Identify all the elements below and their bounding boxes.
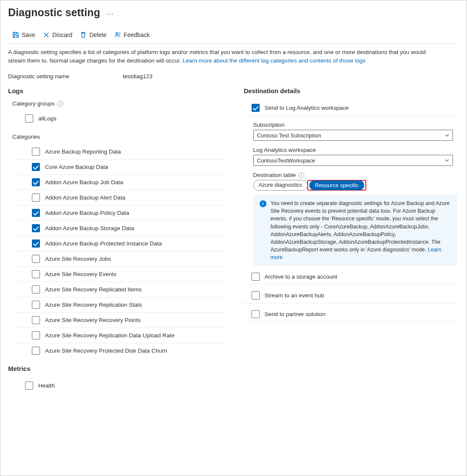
log-category-label: Azure Backup Reporting Data	[45, 148, 121, 155]
workspace-select[interactable]: ContosoTestWorkspace	[253, 155, 453, 166]
metric-checkbox[interactable]	[25, 382, 33, 390]
log-category-checkbox[interactable]	[32, 347, 40, 355]
info-text: You need to create separate diagnostic s…	[271, 200, 450, 253]
metric-label: Health	[38, 382, 55, 389]
description-text: A diagnostic setting specifies a list of…	[8, 48, 433, 65]
more-menu-icon[interactable]: ···	[106, 11, 114, 16]
log-category-row: Addon Azure Backup Policy Data	[12, 205, 225, 221]
chevron-down-icon	[445, 133, 449, 137]
page-title: Diagnostic setting	[8, 6, 100, 19]
log-category-row: Addon Azure Backup Protected Instance Da…	[12, 236, 225, 251]
workspace-label: Log Analytics workspace	[253, 147, 459, 153]
log-category-row: Azure Site Recovery Replication Data Upl…	[12, 328, 225, 343]
highlight-box: Resource specific	[307, 180, 366, 191]
stream-eventhub-label: Stream to an event hub	[265, 292, 324, 299]
setting-name-value[interactable]: testdiag123	[123, 73, 153, 80]
info-icon[interactable]: i	[298, 172, 304, 178]
log-category-label: Core Azure Backup Data	[45, 164, 108, 170]
svg-point-0	[116, 33, 118, 35]
category-groups-label: Category groups i	[12, 100, 225, 107]
feedback-icon	[114, 31, 121, 38]
info-icon: i	[260, 200, 266, 207]
log-category-label: Addon Azure Backup Protected Instance Da…	[45, 240, 162, 247]
feedback-button[interactable]: Feedback	[113, 30, 151, 40]
partner-checkbox[interactable]	[252, 310, 260, 318]
log-category-label: Addon Azure Backup Policy Data	[45, 210, 129, 216]
log-category-row: Addon Azure Backup Storage Data	[12, 221, 225, 236]
log-category-row: Addon Azure Backup Job Data	[12, 175, 225, 190]
log-category-checkbox[interactable]	[32, 301, 40, 309]
log-category-checkbox[interactable]	[32, 316, 40, 324]
log-category-label: Addon Azure Backup Storage Data	[45, 225, 134, 231]
log-category-row: Azure Site Recovery Jobs	[12, 251, 225, 267]
diagnostic-setting-page: Diagnostic setting ··· Save Discard Dele…	[0, 0, 467, 476]
stream-eventhub-checkbox[interactable]	[252, 291, 260, 299]
destination-column: Destination details Send to Log Analytic…	[242, 87, 459, 393]
log-category-checkbox[interactable]	[32, 255, 40, 263]
log-category-label: Azure Site Recovery Protected Disk Data …	[45, 348, 167, 354]
log-category-checkbox[interactable]	[32, 224, 40, 232]
discard-icon	[43, 31, 50, 38]
log-category-row: Azure Site Recovery Replication Stats	[12, 297, 225, 313]
log-category-label: Azure Site Recovery Replicated Items	[45, 286, 142, 293]
log-category-label: Azure Site Recovery Events	[45, 271, 116, 277]
log-category-checkbox[interactable]	[32, 270, 40, 278]
destination-heading: Destination details	[244, 87, 459, 94]
log-category-row: Azure Site Recovery Recovery Points	[12, 313, 225, 328]
log-category-checkbox[interactable]	[32, 163, 40, 171]
discard-button[interactable]: Discard	[41, 30, 74, 40]
log-category-row: Azure Site Recovery Replicated Items	[12, 282, 225, 297]
archive-storage-label: Archive to a storage account	[265, 274, 337, 280]
description-learn-more-link[interactable]: Learn more about the different log categ…	[182, 57, 365, 64]
delete-button[interactable]: Delete	[78, 30, 108, 40]
pill-azure-diagnostics[interactable]: Azure diagnostics	[253, 180, 308, 191]
log-category-label: Azure Site Recovery Replication Stats	[45, 302, 142, 308]
log-category-label: Azure Site Recovery Jobs	[45, 256, 111, 262]
subscription-label: Subscription	[253, 122, 459, 128]
discard-label: Discard	[52, 31, 72, 38]
info-icon[interactable]: i	[57, 101, 63, 107]
command-toolbar: Save Discard Delete Feedback	[8, 30, 459, 40]
subscription-select[interactable]: Contoso Test Subscription	[253, 130, 453, 141]
category-group-row: allLogs	[12, 111, 225, 126]
archive-storage-checkbox[interactable]	[252, 273, 260, 281]
metrics-heading: Metrics	[8, 365, 225, 372]
logs-heading: Logs	[8, 87, 225, 94]
log-category-checkbox[interactable]	[32, 239, 40, 248]
log-category-label: Addon Azure Backup Job Data	[45, 179, 123, 185]
category-group-checkbox[interactable]	[25, 114, 33, 123]
categories-label: Categories	[12, 134, 225, 140]
category-group-label: allLogs	[38, 115, 57, 122]
send-log-analytics-label: Send to Log Analytics workspace	[265, 105, 349, 111]
log-category-checkbox[interactable]	[32, 194, 40, 202]
partner-label: Send to partner solution	[265, 311, 325, 317]
log-category-checkbox[interactable]	[32, 209, 40, 217]
dest-table-label: Destination table i	[253, 172, 459, 178]
send-log-analytics-checkbox[interactable]	[252, 104, 260, 112]
log-category-label: Azure Site Recovery Replication Data Upl…	[45, 332, 175, 339]
log-category-row: Azure Site Recovery Events	[12, 267, 225, 282]
log-category-checkbox[interactable]	[32, 178, 40, 186]
log-category-row: Core Azure Backup Data	[12, 160, 225, 175]
delete-label: Delete	[89, 31, 106, 38]
delete-icon	[80, 31, 87, 38]
logs-column: Logs Category groups i allLogs Categorie…	[8, 87, 225, 393]
info-box: i You need to create separate diagnostic…	[253, 195, 457, 266]
log-category-label: Azure Site Recovery Recovery Points	[45, 317, 141, 323]
log-category-checkbox[interactable]	[32, 285, 40, 294]
setting-name-label: Diagnostic setting name	[8, 73, 123, 80]
subscription-value: Contoso Test Subscription	[257, 132, 321, 139]
save-button[interactable]: Save	[11, 30, 37, 40]
metric-row: Health	[12, 378, 225, 393]
chevron-down-icon	[445, 158, 449, 162]
toolbar-divider	[8, 43, 459, 44]
log-category-row: Azure Site Recovery Protected Disk Data …	[12, 343, 225, 358]
log-category-label: Addon Azure Backup Alert Data	[45, 194, 125, 201]
log-category-checkbox[interactable]	[32, 331, 40, 339]
log-category-row: Addon Azure Backup Alert Data	[12, 190, 225, 205]
log-category-checkbox[interactable]	[32, 148, 40, 156]
workspace-value: ContosoTestWorkspace	[257, 157, 315, 164]
pill-resource-specific[interactable]: Resource specific	[309, 180, 364, 190]
save-icon	[12, 31, 19, 38]
feedback-label: Feedback	[124, 31, 150, 38]
